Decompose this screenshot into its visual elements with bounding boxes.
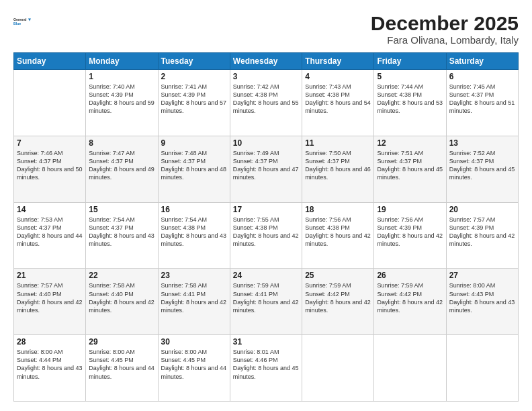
cell-info: Sunrise: 7:41 AMSunset: 4:39 PMDaylight:… xyxy=(161,83,227,114)
subtitle: Fara Olivana, Lombardy, Italy xyxy=(371,34,519,46)
calendar-cell xyxy=(374,335,446,402)
calendar-cell: 4Sunrise: 7:43 AMSunset: 4:38 PMDaylight… xyxy=(302,70,374,136)
calendar-cell: 25Sunrise: 7:59 AMSunset: 4:42 PMDayligh… xyxy=(302,269,374,335)
calendar-week-1: 1Sunrise: 7:40 AMSunset: 4:39 PMDaylight… xyxy=(14,70,519,136)
cell-info: Sunrise: 8:00 AMSunset: 4:45 PMDaylight:… xyxy=(89,349,154,379)
cell-info: Sunrise: 7:48 AMSunset: 4:37 PMDaylight:… xyxy=(161,150,227,181)
col-sunday: Sunday xyxy=(14,53,86,70)
calendar-cell: 8Sunrise: 7:47 AMSunset: 4:37 PMDaylight… xyxy=(86,136,158,202)
calendar-cell: 28Sunrise: 8:00 AMSunset: 4:44 PMDayligh… xyxy=(14,335,86,402)
day-number: 7 xyxy=(17,138,83,148)
day-number: 22 xyxy=(89,271,154,280)
calendar-table: Sunday Monday Tuesday Wednesday Thursday… xyxy=(13,52,519,402)
col-thursday: Thursday xyxy=(302,53,374,70)
day-number: 27 xyxy=(449,271,515,280)
calendar-cell xyxy=(302,335,374,402)
calendar-cell: 17Sunrise: 7:55 AMSunset: 4:38 PMDayligh… xyxy=(230,202,302,269)
cell-info: Sunrise: 7:55 AMSunset: 4:38 PMDaylight:… xyxy=(233,216,299,247)
cell-info: Sunrise: 7:57 AMSunset: 4:39 PMDaylight:… xyxy=(449,216,515,247)
day-number: 29 xyxy=(89,337,154,347)
day-number: 4 xyxy=(305,72,371,81)
day-number: 15 xyxy=(89,205,154,214)
day-number: 20 xyxy=(449,205,515,214)
day-number: 18 xyxy=(305,205,371,214)
calendar-cell: 16Sunrise: 7:54 AMSunset: 4:38 PMDayligh… xyxy=(158,202,230,269)
calendar-cell: 18Sunrise: 7:56 AMSunset: 4:38 PMDayligh… xyxy=(302,202,374,269)
calendar-week-5: 28Sunrise: 8:00 AMSunset: 4:44 PMDayligh… xyxy=(14,335,519,402)
col-tuesday: Tuesday xyxy=(158,53,230,70)
day-number: 10 xyxy=(233,138,299,148)
calendar-cell: 31Sunrise: 8:01 AMSunset: 4:46 PMDayligh… xyxy=(230,335,302,402)
col-saturday: Saturday xyxy=(446,53,518,70)
cell-info: Sunrise: 7:46 AMSunset: 4:37 PMDaylight:… xyxy=(17,150,83,181)
day-number: 17 xyxy=(233,205,299,214)
calendar-cell: 6Sunrise: 7:45 AMSunset: 4:37 PMDaylight… xyxy=(446,70,518,136)
cell-info: Sunrise: 7:45 AMSunset: 4:37 PMDaylight:… xyxy=(449,83,515,114)
day-number: 11 xyxy=(305,138,371,148)
title-block: December 2025 Fara Olivana, Lombardy, It… xyxy=(371,12,519,46)
day-number: 3 xyxy=(233,72,299,81)
calendar-cell: 11Sunrise: 7:50 AMSunset: 4:37 PMDayligh… xyxy=(302,136,374,202)
calendar-cell: 24Sunrise: 7:59 AMSunset: 4:41 PMDayligh… xyxy=(230,269,302,335)
cell-info: Sunrise: 7:59 AMSunset: 4:42 PMDaylight:… xyxy=(305,282,371,313)
cell-info: Sunrise: 8:00 AMSunset: 4:44 PMDaylight:… xyxy=(17,349,83,379)
cell-info: Sunrise: 8:01 AMSunset: 4:46 PMDaylight:… xyxy=(233,349,299,379)
col-wednesday: Wednesday xyxy=(230,53,302,70)
day-number: 19 xyxy=(377,205,443,214)
page: GeneralBlue December 2025 Fara Olivana, … xyxy=(0,0,532,411)
calendar-week-4: 21Sunrise: 7:57 AMSunset: 4:40 PMDayligh… xyxy=(14,269,519,335)
day-number: 31 xyxy=(233,337,299,347)
calendar-cell xyxy=(14,70,86,136)
day-number: 30 xyxy=(161,337,227,347)
calendar-cell: 21Sunrise: 7:57 AMSunset: 4:40 PMDayligh… xyxy=(14,269,86,335)
calendar-cell: 29Sunrise: 8:00 AMSunset: 4:45 PMDayligh… xyxy=(86,335,158,402)
col-friday: Friday xyxy=(374,53,446,70)
calendar-cell: 14Sunrise: 7:53 AMSunset: 4:37 PMDayligh… xyxy=(14,202,86,269)
svg-marker-2 xyxy=(28,19,31,21)
day-number: 2 xyxy=(161,72,227,81)
cell-info: Sunrise: 7:59 AMSunset: 4:41 PMDaylight:… xyxy=(233,282,299,313)
logo: GeneralBlue xyxy=(13,12,32,31)
calendar-cell: 9Sunrise: 7:48 AMSunset: 4:37 PMDaylight… xyxy=(158,136,230,202)
calendar-cell: 27Sunrise: 8:00 AMSunset: 4:43 PMDayligh… xyxy=(446,269,518,335)
svg-text:Blue: Blue xyxy=(13,21,21,26)
day-number: 6 xyxy=(449,72,515,81)
cell-info: Sunrise: 8:00 AMSunset: 4:45 PMDaylight:… xyxy=(161,349,227,379)
cell-info: Sunrise: 7:58 AMSunset: 4:40 PMDaylight:… xyxy=(89,282,154,313)
day-number: 8 xyxy=(89,138,154,148)
calendar-cell: 1Sunrise: 7:40 AMSunset: 4:39 PMDaylight… xyxy=(86,70,158,136)
day-number: 9 xyxy=(161,138,227,148)
cell-info: Sunrise: 7:56 AMSunset: 4:38 PMDaylight:… xyxy=(305,216,371,247)
day-number: 26 xyxy=(377,271,443,280)
cell-info: Sunrise: 7:44 AMSunset: 4:38 PMDaylight:… xyxy=(377,83,443,114)
cell-info: Sunrise: 7:47 AMSunset: 4:37 PMDaylight:… xyxy=(89,150,154,181)
day-number: 21 xyxy=(17,271,83,280)
day-number: 23 xyxy=(161,271,227,280)
cell-info: Sunrise: 7:49 AMSunset: 4:37 PMDaylight:… xyxy=(233,150,299,181)
cell-info: Sunrise: 8:00 AMSunset: 4:43 PMDaylight:… xyxy=(449,282,515,313)
calendar-cell: 10Sunrise: 7:49 AMSunset: 4:37 PMDayligh… xyxy=(230,136,302,202)
calendar-cell: 3Sunrise: 7:42 AMSunset: 4:38 PMDaylight… xyxy=(230,70,302,136)
col-monday: Monday xyxy=(86,53,158,70)
day-number: 25 xyxy=(305,271,371,280)
cell-info: Sunrise: 7:54 AMSunset: 4:38 PMDaylight:… xyxy=(161,216,227,247)
cell-info: Sunrise: 7:52 AMSunset: 4:37 PMDaylight:… xyxy=(449,150,515,181)
day-number: 16 xyxy=(161,205,227,214)
calendar-cell: 23Sunrise: 7:58 AMSunset: 4:41 PMDayligh… xyxy=(158,269,230,335)
day-number: 12 xyxy=(377,138,443,148)
day-number: 24 xyxy=(233,271,299,280)
day-number: 1 xyxy=(89,72,154,81)
main-title: December 2025 xyxy=(371,12,519,34)
cell-info: Sunrise: 7:56 AMSunset: 4:39 PMDaylight:… xyxy=(377,216,443,247)
cell-info: Sunrise: 7:40 AMSunset: 4:39 PMDaylight:… xyxy=(89,83,154,114)
cell-info: Sunrise: 7:43 AMSunset: 4:38 PMDaylight:… xyxy=(305,83,371,114)
calendar-cell: 13Sunrise: 7:52 AMSunset: 4:37 PMDayligh… xyxy=(446,136,518,202)
cell-info: Sunrise: 7:50 AMSunset: 4:37 PMDaylight:… xyxy=(305,150,371,181)
cell-info: Sunrise: 7:53 AMSunset: 4:37 PMDaylight:… xyxy=(17,216,83,247)
cell-info: Sunrise: 7:42 AMSunset: 4:38 PMDaylight:… xyxy=(233,83,299,114)
logo-icon: GeneralBlue xyxy=(13,12,32,31)
day-number: 5 xyxy=(377,72,443,81)
calendar-cell: 2Sunrise: 7:41 AMSunset: 4:39 PMDaylight… xyxy=(158,70,230,136)
cell-info: Sunrise: 7:59 AMSunset: 4:42 PMDaylight:… xyxy=(377,282,443,313)
calendar-cell: 26Sunrise: 7:59 AMSunset: 4:42 PMDayligh… xyxy=(374,269,446,335)
